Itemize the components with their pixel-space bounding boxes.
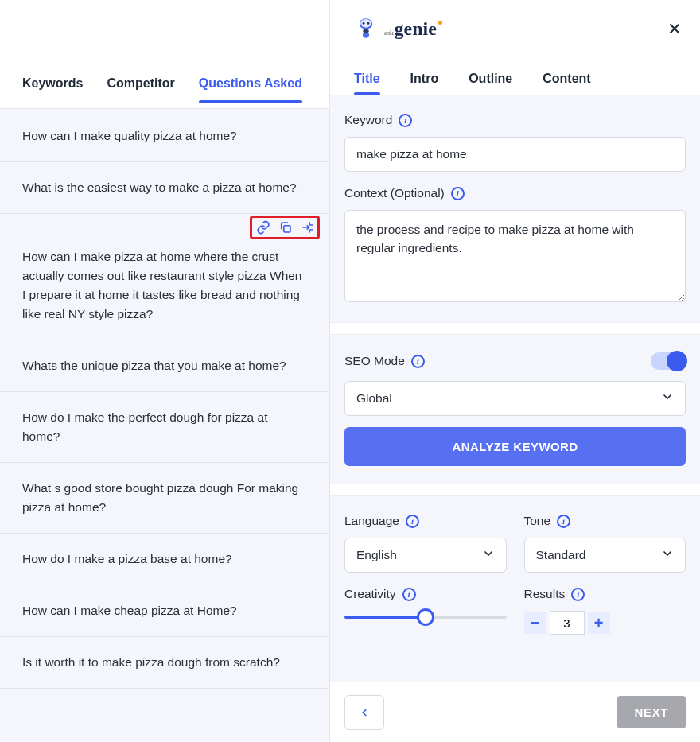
section-divider	[330, 484, 700, 496]
tab-content[interactable]: Content	[542, 72, 590, 95]
language-label: Language i	[344, 514, 507, 528]
tab-questions-asked[interactable]: Questions Asked	[199, 76, 302, 108]
chevron-down-icon	[482, 547, 495, 563]
left-panel: Keywords Competitor Questions Asked How …	[0, 0, 330, 742]
item-action-icons	[256, 220, 315, 235]
section-divider	[330, 322, 700, 335]
decrement-button[interactable]: −	[524, 612, 546, 634]
back-button[interactable]	[344, 695, 384, 730]
creativity-label: Creativity i	[344, 587, 507, 601]
keyword-input[interactable]	[344, 137, 686, 172]
increment-button[interactable]: +	[588, 612, 610, 634]
region-value: Global	[356, 391, 392, 406]
info-icon[interactable]: i	[406, 515, 419, 528]
context-label: Context (Optional) i	[344, 186, 686, 200]
analyze-keyword-button[interactable]: ANALYZE KEYWORD	[344, 427, 686, 466]
tone-select[interactable]: Standard	[524, 538, 686, 573]
brand: askgenie	[354, 17, 442, 41]
svg-rect-0	[284, 226, 290, 232]
question-item[interactable]: What s good store bought pizza dough For…	[0, 463, 329, 534]
info-icon[interactable]: i	[451, 187, 465, 200]
tab-keywords[interactable]: Keywords	[22, 76, 83, 108]
close-icon[interactable]	[667, 21, 682, 37]
info-icon[interactable]: i	[399, 114, 412, 127]
question-item[interactable]: What is the easiest way to make a pizza …	[0, 162, 329, 214]
tab-intro[interactable]: Intro	[410, 72, 439, 95]
keyword-label: Keyword i	[344, 113, 686, 127]
brand-text: askgenie	[384, 18, 442, 40]
seo-mode-toggle[interactable]	[651, 352, 686, 370]
question-item[interactable]: Is it worth it to make pizza dough from …	[0, 637, 329, 689]
tab-competitor[interactable]: Competitor	[107, 76, 174, 108]
results-label: Results i	[524, 587, 686, 601]
question-item[interactable]: How do I make the perfect dough for pizz…	[0, 392, 329, 463]
question-item[interactable]: How do I make a pizza base at home?	[0, 534, 329, 585]
footer: NEXT	[330, 682, 700, 742]
slider-thumb[interactable]	[417, 608, 434, 626]
svg-point-4	[368, 22, 370, 25]
svg-point-2	[360, 19, 371, 28]
chevron-down-icon	[661, 547, 674, 563]
left-header	[0, 0, 329, 57]
seo-mode-label: SEO Mode i	[344, 354, 425, 368]
right-header: askgenie	[330, 0, 700, 57]
chevron-down-icon	[661, 390, 674, 406]
right-panel: askgenie Title Intro Outline Content Key…	[330, 0, 700, 742]
context-input[interactable]	[344, 210, 686, 302]
brand-logo-icon	[354, 17, 378, 41]
info-icon[interactable]: i	[402, 588, 416, 601]
tab-outline[interactable]: Outline	[469, 72, 512, 95]
results-input[interactable]	[550, 611, 585, 635]
tab-title[interactable]: Title	[354, 72, 380, 95]
left-tabs: Keywords Competitor Questions Asked	[0, 57, 329, 109]
tone-label: Tone i	[524, 514, 686, 528]
question-item[interactable]: Whats the unique pizza that you make at …	[0, 340, 329, 392]
language-select[interactable]: English	[344, 538, 507, 573]
results-stepper: − +	[524, 611, 686, 635]
question-item[interactable]: How can I make quality pizza at home?	[0, 109, 329, 162]
next-button[interactable]: NEXT	[617, 696, 686, 728]
question-text: How can I make pizza at home where the c…	[22, 250, 302, 320]
info-icon[interactable]: i	[557, 515, 570, 528]
right-content: Keyword i Context (Optional) i SEO Mode …	[330, 95, 700, 682]
svg-point-5	[363, 29, 369, 33]
creativity-slider[interactable]	[344, 611, 507, 619]
tone-value: Standard	[536, 548, 586, 562]
info-icon[interactable]: i	[411, 355, 425, 368]
insert-icon[interactable]	[301, 220, 315, 235]
right-tabs: Title Intro Outline Content	[330, 57, 700, 95]
region-select[interactable]: Global	[344, 381, 686, 416]
svg-point-3	[363, 22, 365, 25]
question-item[interactable]: How can I make pizza at home where the c…	[0, 214, 329, 340]
questions-list[interactable]: How can I make quality pizza at home? Wh…	[0, 109, 329, 742]
question-item[interactable]: How can I make cheap pizza at Home?	[0, 585, 329, 637]
language-value: English	[356, 548, 397, 562]
copy-icon[interactable]	[278, 220, 293, 235]
link-icon[interactable]	[256, 220, 270, 235]
info-icon[interactable]: i	[571, 588, 585, 601]
